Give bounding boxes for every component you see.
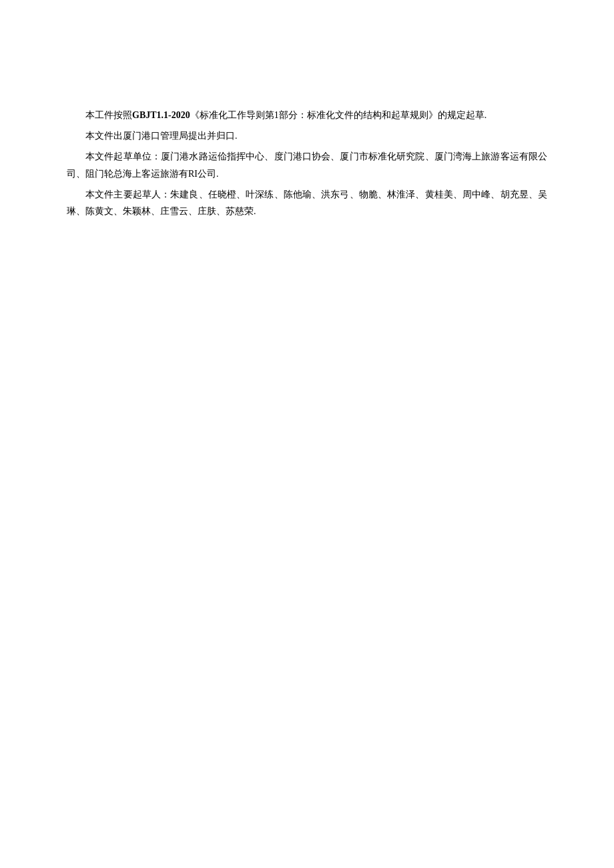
standard-code: GBJT1.1-2020 [132,110,190,120]
content-area: 本工件按照GBJT1.1-2020《标准化工作导则第1部分：标准化文件的结构和起… [67,107,547,220]
paragraph-4: 本文件主要起草人：朱建良、任晓橙、叶深练、陈他瑜、洪东弓、物脆、林淮泽、黄桂美、… [67,186,547,220]
page: 本工件按照GBJT1.1-2020《标准化工作导则第1部分：标准化文件的结构和起… [0,0,614,868]
paragraph-1: 本工件按照GBJT1.1-2020《标准化工作导则第1部分：标准化文件的结构和起… [67,107,547,123]
paragraph-2: 本文件出厦门港口管理局提出并归口. [67,127,547,144]
paragraph-3: 本文件起草单位：厦门港水路运佡指挥中心、度门港口协会、厦门市标准化研究院、厦门湾… [67,148,547,181]
